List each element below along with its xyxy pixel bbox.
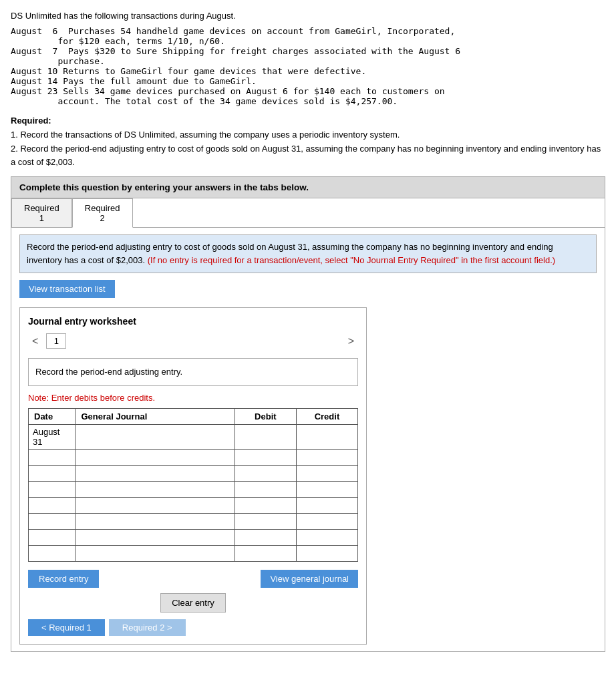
bottom-buttons: Record entry View general journal [28, 570, 358, 588]
general-journal-cell[interactable] [75, 545, 235, 561]
date-cell: August 31 [29, 424, 75, 449]
intro-line1: DS Unlimited has the following transacti… [11, 11, 605, 21]
table-row [29, 545, 358, 561]
intro-section: DS Unlimited has the following transacti… [11, 11, 605, 106]
credit-input[interactable] [301, 432, 353, 442]
date-cell [29, 545, 75, 561]
page-number-box: 1 [46, 333, 66, 349]
tab-required-1[interactable]: Required 1 [11, 198, 72, 227]
credit-cell[interactable] [296, 481, 357, 497]
debit-cell[interactable] [235, 513, 296, 529]
journal-worksheet-title: Journal entry worksheet [28, 316, 358, 327]
clear-entry-button[interactable]: Clear entry [160, 593, 226, 613]
debit-cell[interactable] [235, 449, 296, 465]
required-point2: 2. Record the period-end adjusting entry… [11, 142, 605, 170]
debit-input[interactable] [239, 468, 292, 478]
record-entry-button[interactable]: Record entry [28, 570, 99, 588]
period-end-text: Record the period-end adjusting entry. [35, 367, 182, 377]
credit-cell[interactable] [296, 424, 357, 449]
general-journal-input[interactable] [80, 432, 230, 442]
date-cell [29, 449, 75, 465]
debit-cell[interactable] [235, 545, 296, 561]
general-journal-cell[interactable] [75, 481, 235, 497]
debit-input[interactable] [239, 484, 292, 494]
general-journal-cell[interactable] [75, 465, 235, 481]
table-row [29, 481, 358, 497]
tabs-container: Required 1 Required 2 Record the period-… [11, 198, 605, 652]
table-row [29, 513, 358, 529]
general-journal-input[interactable] [80, 516, 230, 526]
credit-cell[interactable] [296, 545, 357, 561]
general-journal-input[interactable] [80, 532, 230, 542]
period-end-description-box: Record the period-end adjusting entry. [28, 358, 358, 386]
view-transaction-list-button[interactable]: View transaction list [19, 280, 115, 298]
required-heading: Required: [11, 116, 51, 126]
general-journal-input[interactable] [80, 468, 230, 478]
bottom-tabs-row: < Required 1 Required 2 > [28, 619, 358, 636]
general-journal-cell[interactable] [75, 449, 235, 465]
table-row: August 31 [29, 424, 358, 449]
general-journal-cell[interactable] [75, 513, 235, 529]
general-journal-cell[interactable] [75, 497, 235, 513]
col-credit: Credit [296, 408, 357, 424]
credit-input[interactable] [301, 452, 353, 462]
nav-row: < 1 > [28, 333, 358, 349]
date-cell [29, 481, 75, 497]
journal-worksheet: Journal entry worksheet < 1 > Record the… [19, 307, 367, 645]
general-journal-input[interactable] [80, 500, 230, 510]
debit-cell[interactable] [235, 424, 296, 449]
view-general-journal-button[interactable]: View general journal [261, 570, 358, 588]
tabs-row: Required 1 Required 2 [11, 198, 605, 228]
debit-input[interactable] [239, 432, 292, 442]
credit-cell[interactable] [296, 529, 357, 545]
credit-input[interactable] [301, 548, 353, 558]
table-row [29, 465, 358, 481]
debit-input[interactable] [239, 532, 292, 542]
credit-input[interactable] [301, 468, 353, 478]
date-cell [29, 513, 75, 529]
col-date: Date [29, 408, 75, 424]
general-journal-input[interactable] [80, 484, 230, 494]
required-point1: 1. Record the transactions of DS Unlimit… [11, 128, 605, 142]
transactions-text: August 6 Purchases 54 handheld game devi… [11, 26, 605, 106]
credit-input[interactable] [301, 516, 353, 526]
bottom-tab-required-1[interactable]: < Required 1 [28, 619, 105, 636]
table-row [29, 497, 358, 513]
instruction-red-text: (If no entry is required for a transacti… [148, 255, 555, 265]
debit-cell[interactable] [235, 529, 296, 545]
table-row [29, 529, 358, 545]
complete-instruction-text: Complete this question by entering your … [19, 182, 309, 192]
table-row [29, 449, 358, 465]
credit-input[interactable] [301, 532, 353, 542]
debit-input[interactable] [239, 452, 292, 462]
col-general-journal: General Journal [75, 408, 235, 424]
tab-required-2[interactable]: Required 2 [72, 198, 133, 228]
credit-input[interactable] [301, 484, 353, 494]
date-cell [29, 529, 75, 545]
credit-cell[interactable] [296, 449, 357, 465]
instruction-box: Record the period-end adjusting entry to… [19, 234, 597, 273]
general-journal-cell[interactable] [75, 529, 235, 545]
required-section: Required: 1. Record the transactions of … [11, 114, 605, 170]
credit-cell[interactable] [296, 497, 357, 513]
credit-input[interactable] [301, 500, 353, 510]
nav-prev-arrow[interactable]: < [28, 334, 42, 349]
debit-cell[interactable] [235, 481, 296, 497]
debit-cell[interactable] [235, 465, 296, 481]
general-journal-input[interactable] [80, 548, 230, 558]
nav-next-arrow[interactable]: > [344, 334, 358, 349]
date-cell [29, 465, 75, 481]
credit-cell[interactable] [296, 465, 357, 481]
debit-input[interactable] [239, 548, 292, 558]
date-cell [29, 497, 75, 513]
general-journal-input[interactable] [80, 452, 230, 462]
credit-cell[interactable] [296, 513, 357, 529]
debit-input[interactable] [239, 500, 292, 510]
bottom-tab-required-2[interactable]: Required 2 > [109, 619, 186, 636]
debit-cell[interactable] [235, 497, 296, 513]
note-text: Note: Enter debits before credits. [28, 393, 358, 403]
general-journal-cell[interactable] [75, 424, 235, 449]
journal-table: Date General Journal Debit Credit August… [28, 408, 358, 562]
complete-instruction-box: Complete this question by entering your … [11, 176, 605, 198]
debit-input[interactable] [239, 516, 292, 526]
